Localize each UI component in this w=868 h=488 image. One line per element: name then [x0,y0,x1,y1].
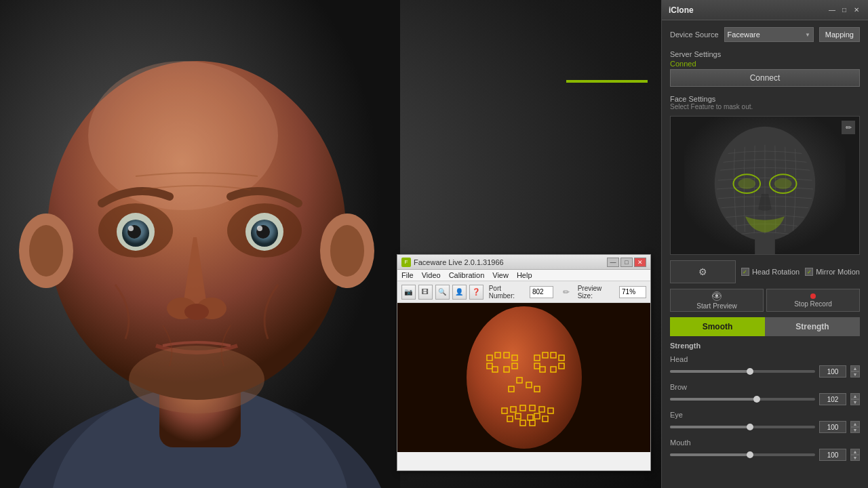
svg-rect-41 [526,382,532,388]
faceware-app-icon: F [401,258,411,267]
panel-minimize[interactable]: — [827,5,837,15]
brow-spinner-down[interactable]: ▼ [850,399,860,405]
faceware-minimize[interactable]: — [607,258,619,267]
head-spinner-up[interactable]: ▲ [850,365,860,371]
svg-rect-31 [504,367,509,372]
svg-point-9 [330,225,364,277]
svg-rect-48 [539,407,545,412]
mouth-slider-thumb[interactable] [747,451,753,458]
svg-rect-55 [528,415,533,420]
face-track-area [456,306,592,449]
tool-film[interactable]: 🎞 [418,285,433,300]
panel-title: iClone [669,5,694,15]
head-slider-fill [670,370,750,373]
options-row: ⚙ Head Rotation Mirror Motion [670,260,860,283]
preview-input[interactable] [619,286,646,298]
head-rotation-checkbox[interactable]: Head Rotation [741,268,800,276]
face-preview-edit-icon[interactable]: ✏ [842,121,855,134]
eye-spinner-down[interactable]: ▼ [850,427,860,433]
panel-close[interactable]: ✕ [852,5,861,15]
faceware-close[interactable]: ✕ [634,258,646,267]
stop-record-btn[interactable]: Stop Record [766,289,860,312]
svg-rect-50 [507,416,513,422]
svg-rect-54 [515,413,521,419]
head-spinner[interactable]: ▲ ▼ [850,365,860,378]
head-slider-thumb[interactable] [747,368,753,375]
svg-rect-27 [512,355,517,361]
stop-record-label: Stop Record [794,300,832,308]
svg-rect-38 [540,367,545,372]
menu-view[interactable]: View [492,271,509,279]
mirror-motion-check[interactable] [805,268,813,276]
svg-point-23 [129,346,264,413]
tool-zoom[interactable]: 🔍 [435,285,450,300]
brow-slider-value[interactable]: 102 [819,393,846,405]
mouth-slider-value[interactable]: 100 [819,449,846,461]
eye-spinner-up[interactable]: ▲ [850,421,860,427]
settings-btn[interactable]: ⚙ [670,260,736,283]
eye-slider-fill [670,426,750,428]
eye-spinner[interactable]: ▲ ▼ [850,421,860,433]
server-settings-section: Server Settings Conned Connect [670,47,860,87]
svg-rect-28 [487,363,492,369]
mouth-spinner-up[interactable]: ▲ [850,449,860,455]
head-rotation-check[interactable] [741,268,749,276]
start-preview-btn[interactable]: 👁 Start Preview [670,289,764,312]
mirror-motion-checkbox[interactable]: Mirror Motion [805,268,860,276]
svg-rect-52 [530,420,535,426]
settings-icon: ⚙ [698,266,707,277]
menu-video[interactable]: Video [422,271,441,279]
head-spinner-down[interactable]: ▼ [850,371,860,378]
mapping-button[interactable]: Mapping [819,27,860,42]
device-source-dropdown[interactable]: Faceware ▼ [724,27,814,42]
action-buttons-row: 👁 Start Preview Stop Record [670,289,860,312]
start-preview-label: Start Preview [696,302,736,310]
head-slider-value[interactable]: 100 [819,365,846,378]
mouth-spinner-down[interactable]: ▼ [850,455,860,461]
panel-maximize[interactable]: □ [840,5,849,15]
eye-slider-thumb[interactable] [747,424,753,430]
svg-rect-24 [487,355,492,361]
svg-rect-34 [551,352,556,358]
svg-rect-53 [542,416,548,422]
menu-file[interactable]: File [401,271,414,279]
menu-calibration[interactable]: Calibration [449,271,485,279]
menu-help[interactable]: Help [517,271,532,279]
eye-slider-value[interactable]: 100 [819,421,846,433]
brow-spinner-up[interactable]: ▲ [850,393,860,399]
strength-title: Strength [670,342,860,350]
mouth-spinner[interactable]: ▲ ▼ [850,449,860,461]
face-settings-label: Face Settings [670,95,860,103]
head-slider-track[interactable] [670,370,815,373]
device-source-row: Device Source Faceware ▼ Mapping [670,27,860,42]
device-source-label: Device Source [670,30,719,39]
faceware-toolbar: 📷 🎞 🔍 👤 ❓ Port Number: ✏ Preview Size: [397,281,650,303]
brow-slider-track[interactable] [670,398,815,401]
tool-camera[interactable]: 📷 [401,285,416,300]
tool-help[interactable]: ❓ [469,285,484,300]
svg-rect-30 [492,367,498,372]
connect-button[interactable]: Connect [670,69,860,87]
tab-strength[interactable]: Strength [765,317,860,336]
tool-person[interactable]: 👤 [452,285,467,300]
tab-smooth[interactable]: Smooth [670,317,765,336]
svg-rect-56 [534,413,540,419]
record-dot-icon [810,293,816,299]
eye-slider-track[interactable] [670,426,815,428]
svg-rect-44 [502,408,507,413]
mouth-slider-track[interactable] [670,453,815,456]
brow-slider-thumb[interactable] [753,396,760,403]
svg-rect-51 [520,420,526,426]
svg-point-63 [774,178,792,189]
faceware-window: F Faceware Live 2.0.1.31966 — □ ✕ File V… [397,254,651,471]
mouth-slider-label: Mouth [670,439,860,447]
eye-container: 👁 [712,291,722,301]
svg-rect-26 [504,352,509,358]
port-input[interactable] [530,286,553,298]
head-slider-control: 100 ▲ ▼ [670,365,860,378]
green-progress-bar [566,80,648,83]
svg-rect-29 [512,363,517,369]
head-slider-label: Head [670,355,860,363]
faceware-maximize[interactable]: □ [620,258,633,267]
brow-spinner[interactable]: ▲ ▼ [850,393,860,405]
